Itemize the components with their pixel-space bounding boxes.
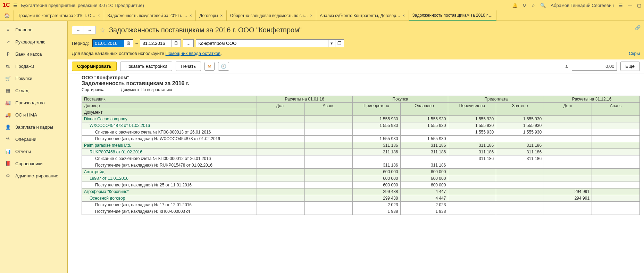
clock-icon[interactable]: 🕘 (218, 62, 229, 71)
close-icon[interactable]: × (310, 13, 313, 18)
print-button[interactable]: Печать (176, 62, 201, 71)
favorite-page-icon[interactable]: ☆ (99, 26, 106, 34)
sidebar-item-0[interactable]: ≡Главное (0, 24, 67, 36)
page-title: Задолженность поставщикам за 2016 г. ООО… (109, 26, 302, 34)
period-label: Период: (72, 41, 89, 46)
sidebar-label: ОС и НМА (15, 112, 37, 118)
sidebar-label: Главное (15, 27, 33, 32)
tab-3[interactable]: Оборотно-сальдовая ведомость по сч…× (227, 10, 317, 21)
sidebar-item-12[interactable]: ⚙Администрирование (0, 170, 67, 182)
table-row[interactable]: Поступление (акт, накладная) № КП00-0000… (82, 208, 640, 215)
more-button[interactable]: Еще (620, 62, 640, 71)
table-row[interactable]: Автотрейд600 000600 000 (82, 169, 640, 175)
top-tools: 🔔 ↻ ☆ 🔍 Абрамов Геннадий Сергеевич ☰ — ▢ (512, 3, 641, 8)
tab-label: Анализ субконто Контрагенты, Договор… (320, 13, 400, 18)
tab-label: Договоры (199, 13, 218, 18)
form-button[interactable]: Сформировать (72, 62, 117, 71)
hint-link[interactable]: Помощник ввода остатков (166, 51, 221, 56)
date-from-box[interactable]: 🗓 (92, 39, 133, 47)
user-menu-icon[interactable]: ☰ (619, 3, 623, 8)
date-to-box[interactable]: 🗓 (140, 39, 181, 47)
sidebar-item-11[interactable]: 📕Справочники (0, 158, 67, 170)
org-open-icon[interactable]: ❐ (335, 40, 344, 47)
table-row[interactable]: Поступление (акт, накладная) № RUKP01547… (82, 162, 640, 169)
sidebar-item-1[interactable]: ↗Руководителю (0, 36, 67, 48)
calendar-to-icon[interactable]: 🗓 (172, 40, 181, 47)
favorite-star-icon[interactable]: ☆ (531, 3, 535, 8)
bell-icon[interactable]: 🔔 (512, 3, 518, 8)
hide-link[interactable]: Скры (629, 51, 640, 56)
table-row[interactable]: Palm paradise meals Ltd.311 186311 18631… (82, 142, 640, 149)
table-row[interactable]: Основной договор299 4384 447294 991 (82, 195, 640, 202)
history-icon[interactable]: ↻ (522, 3, 526, 8)
sidebar-icon: 🛍 (5, 64, 11, 69)
org-select[interactable]: ▾ ❐ (196, 39, 344, 47)
back-arrow-icon[interactable]: ← (72, 26, 84, 34)
sidebar-icon: 📊 (5, 149, 11, 154)
sidebar-item-5[interactable]: ▦Склад (0, 85, 67, 97)
forward-arrow-icon[interactable]: → (84, 26, 95, 34)
sigma-icon: Σ (566, 64, 568, 69)
sidebar-label: Продажи (15, 64, 34, 69)
home-tab[interactable]: 🏠 (0, 10, 14, 21)
date-from-input[interactable] (93, 40, 124, 47)
sidebar-label: Справочники (15, 161, 43, 166)
table-row[interactable]: Агроферма "Коровино"299 4384 447294 991 (82, 188, 640, 195)
table-row[interactable]: Списание с расчетного счета № КП00-00001… (82, 155, 640, 162)
sidebar-icon: ᴬᵏ (5, 137, 11, 142)
sidebar-label: Банк и касса (15, 51, 42, 57)
sidebar-icon: 📕 (5, 161, 11, 166)
envelope-icon[interactable]: ✉ (204, 62, 215, 71)
date-to-input[interactable] (140, 40, 172, 47)
sidebar-item-3[interactable]: 🛍Продажи (0, 60, 67, 72)
period-choose-button[interactable]: … (183, 39, 194, 47)
sidebar-item-4[interactable]: 🛒Покупки (0, 72, 67, 85)
main-menu-icon[interactable]: ☰ (13, 3, 17, 8)
table-row[interactable]: WXCOCO454878 от 01.02.20161 555 9301 555… (82, 122, 640, 129)
tab-5[interactable]: Задолженность поставщикам за 2016 г.… (409, 10, 497, 21)
app-title: Бухгалтерия предприятия, редакция 3.0 (1… (21, 3, 509, 8)
sidebar-item-8[interactable]: 👤Зарплата и кадры (0, 121, 67, 133)
table-row[interactable]: Поступление (акт, накладная) № 17 от 12.… (82, 202, 640, 208)
user-name[interactable]: Абрамов Геннадий Сергеевич (551, 3, 614, 8)
frame-icon[interactable]: ▢ (637, 3, 641, 8)
search-icon[interactable]: 🔍 (540, 3, 546, 8)
table-row[interactable]: Поступление (акт, накладная) № WXCOCO454… (82, 136, 640, 142)
close-icon[interactable]: × (220, 13, 223, 18)
sidebar-item-2[interactable]: ₽Банк и касса (0, 48, 67, 60)
report-table: ПоставщикРасчеты на 01.01.16ПокупкаПредо… (82, 96, 640, 215)
tab-0[interactable]: Продажи по контрагентам за 2016 г. О…× (14, 10, 104, 21)
calendar-from-icon[interactable]: 🗓 (124, 40, 133, 47)
close-icon[interactable]: × (190, 13, 192, 18)
report-title: Задолженность поставщикам за 2016 г. (82, 80, 640, 87)
sidebar-icon: ⚙ (5, 173, 11, 178)
sidebar-item-10[interactable]: 📊Отчеты (0, 145, 67, 158)
tab-4[interactable]: Анализ субконто Контрагенты, Договор…× (316, 10, 409, 21)
close-icon[interactable]: × (402, 13, 405, 18)
tab-label: Оборотно-сальдовая ведомость по сч… (230, 13, 308, 18)
report-company: ООО "Конфетпром" (82, 75, 640, 80)
table-row[interactable]: RUKP897458 от 01.02.2016311 186311 18631… (82, 149, 640, 155)
content-area: ← → ☆ Задолженность поставщикам за 2016 … (68, 21, 644, 273)
link-icon[interactable]: 🔗 (635, 25, 641, 30)
sidebar-item-6[interactable]: 🏭Производство (0, 97, 67, 109)
sidebar-icon: 👤 (5, 125, 11, 130)
table-row[interactable]: 18987 от 11.01.2016600 000600 000 (82, 175, 640, 182)
show-settings-button[interactable]: Показать настройки (120, 62, 172, 71)
table-row[interactable]: Поступление (акт, накладная) № 25 от 11.… (82, 182, 640, 188)
sidebar-label: Руководителю (15, 39, 45, 45)
tab-2[interactable]: Договоры× (196, 10, 227, 21)
minimize-icon[interactable]: — (628, 3, 632, 8)
org-dropdown-icon[interactable]: ▾ (328, 40, 335, 47)
sum-display: 0,00 (572, 62, 617, 71)
org-input[interactable] (196, 40, 328, 47)
sidebar-item-9[interactable]: ᴬᵏОперации (0, 133, 67, 145)
table-row[interactable]: Списание с расчетного счета № КП00-00001… (82, 129, 640, 136)
table-row[interactable]: Divuar Cacao company1 555 9301 555 9301 … (82, 116, 640, 122)
close-icon[interactable]: × (98, 13, 100, 18)
tab-1[interactable]: Задолженность покупателей за 2016 г. …× (104, 10, 196, 21)
sidebar-label: Производство (15, 100, 45, 105)
sidebar: ≡Главное↗Руководителю₽Банк и касса🛍Прода… (0, 21, 68, 273)
sidebar-item-7[interactable]: 🚚ОС и НМА (0, 109, 67, 121)
tab-label: Задолженность поставщикам за 2016 г.… (412, 13, 493, 18)
